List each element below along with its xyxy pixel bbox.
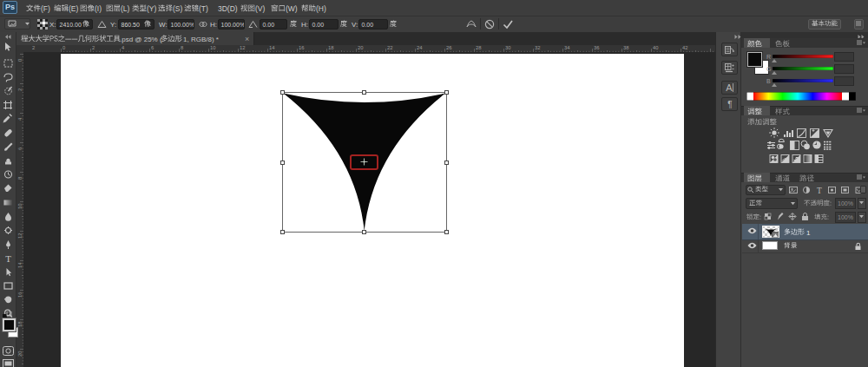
svg-text:¶: ¶ [727, 100, 732, 109]
svg-text:T: T [5, 253, 11, 264]
svg-text:A: A [726, 82, 733, 93]
svg-text:T: T [817, 186, 822, 194]
